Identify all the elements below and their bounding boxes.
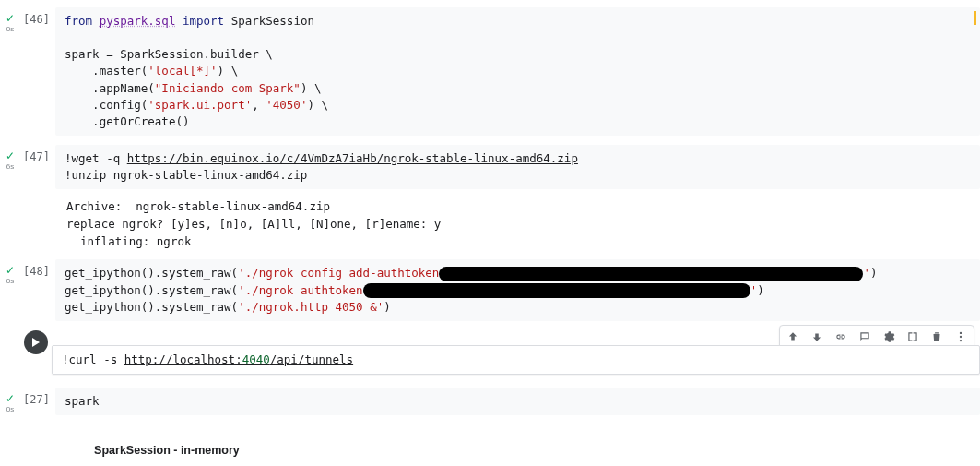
mirror-icon[interactable] bbox=[903, 328, 922, 346]
redacted-token bbox=[363, 283, 750, 298]
code-input[interactable]: get_ipython().system_raw('./ngrok config… bbox=[55, 259, 980, 320]
cell-gutter bbox=[0, 327, 20, 375]
execution-count: [48] bbox=[20, 259, 55, 320]
check-icon: ✓ bbox=[6, 13, 15, 24]
cell-output: SparkSession - in-memory bbox=[55, 419, 980, 466]
warning-bar-icon bbox=[974, 11, 976, 25]
cell-27: ✓ 0s [27] spark bbox=[0, 388, 980, 415]
code-input[interactable]: spark bbox=[55, 388, 980, 415]
execution-count: [46] bbox=[20, 7, 55, 136]
cell-48: ✓ 0s [48] get_ipython().system_raw('./ng… bbox=[0, 259, 980, 320]
link-icon[interactable] bbox=[832, 328, 850, 346]
svg-point-2 bbox=[960, 340, 962, 341]
check-icon: ✓ bbox=[6, 393, 15, 404]
code-input[interactable]: !curl -s http://localhost:4040/api/tunne… bbox=[52, 345, 980, 375]
delete-icon[interactable] bbox=[927, 328, 946, 346]
check-icon: ✓ bbox=[6, 150, 15, 161]
code-input[interactable]: from pyspark.sql import SparkSession spa… bbox=[55, 7, 980, 136]
url-link[interactable]: https://bin.equinox.io/c/4VmDzA7iaHb/ngr… bbox=[127, 151, 578, 165]
cell-timing: 0s bbox=[6, 405, 14, 413]
url-link[interactable]: http://localhost:4040/api/tunnels bbox=[124, 352, 353, 366]
notebook: ✓ 0s [46] from pyspark.sql import SparkS… bbox=[0, 0, 980, 466]
cell-current: !curl -s http://localhost:4040/api/tunne… bbox=[0, 327, 980, 375]
execution-count: [27] bbox=[20, 388, 55, 415]
move-up-icon[interactable] bbox=[784, 328, 802, 346]
cell-output: Archive: ngrok-stable-linux-amd64.zip re… bbox=[55, 193, 980, 259]
execution-count: [47] bbox=[20, 145, 55, 189]
more-icon[interactable] bbox=[951, 328, 970, 346]
cell-46: ✓ 0s [46] from pyspark.sql import SparkS… bbox=[0, 7, 980, 136]
cell-gutter: ✓ 0s bbox=[0, 7, 20, 136]
svg-point-0 bbox=[960, 332, 962, 334]
cell-47: ✓ 6s [47] !wget -q https://bin.equinox.i… bbox=[0, 145, 980, 189]
cell-timing: 6s bbox=[6, 162, 14, 171]
svg-point-1 bbox=[960, 336, 962, 338]
redacted-token bbox=[439, 267, 863, 281]
cell-gutter: ✓ 0s bbox=[0, 388, 20, 415]
output-title: SparkSession - in-memory bbox=[94, 444, 240, 457]
cell-timing: 0s bbox=[6, 25, 14, 33]
comment-icon[interactable] bbox=[856, 328, 874, 346]
cell-gutter: ✓ 0s bbox=[0, 259, 20, 320]
move-down-icon[interactable] bbox=[808, 328, 826, 346]
code-input[interactable]: !wget -q https://bin.equinox.io/c/4VmDzA… bbox=[55, 145, 980, 189]
check-icon: ✓ bbox=[6, 265, 15, 276]
cell-timing: 0s bbox=[6, 277, 14, 285]
cell-gutter: ✓ 6s bbox=[0, 145, 20, 189]
run-cell-button[interactable] bbox=[24, 330, 48, 354]
settings-icon[interactable] bbox=[880, 328, 898, 346]
